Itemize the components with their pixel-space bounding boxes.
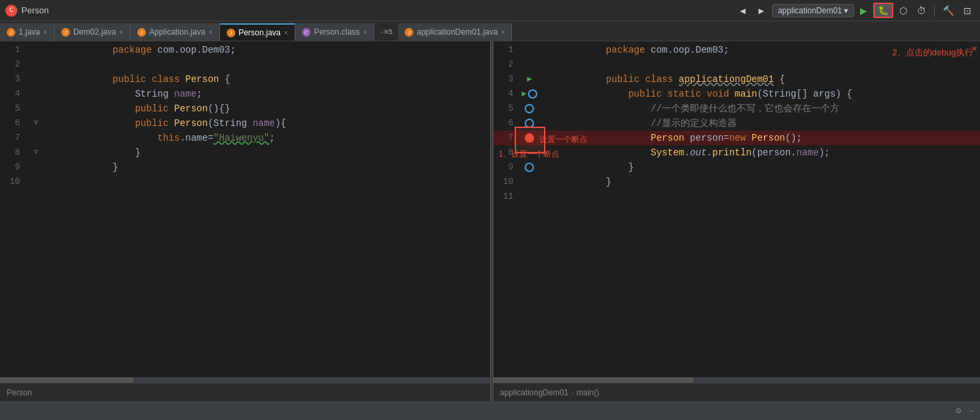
tab-1java[interactable]: J 1.java × [0, 23, 55, 41]
right-hscroll-thumb[interactable] [493, 377, 693, 383]
bp-empty-9[interactable] [525, 163, 534, 172]
tab-app-label: Application.java [149, 27, 205, 37]
run-arrow-3[interactable]: ▶ [527, 72, 531, 87]
left-code-area: 1 package com.oop.Dem03; 2 3 [0, 41, 490, 189]
java-icon-1: J [7, 28, 15, 37]
java-icon-person: J [227, 29, 235, 37]
code-line-left-9: 9 } [0, 160, 490, 175]
tab-person-label: Person.java [239, 28, 281, 37]
tab-dem02[interactable]: J Dem02.java × [55, 23, 131, 41]
run-config-area: applicationDem01 ▾ [772, 4, 854, 17]
bp-gutter-9 [520, 163, 539, 172]
debug-button[interactable]: 🐛 [873, 3, 893, 18]
left-breadcrumb: Person [0, 383, 490, 401]
tab-1-close[interactable]: × [43, 29, 47, 36]
toolbar-right: ◄ ► applicationDem01 ▾ ▶ 🐛 ⬡ ⏱ 🔨 ⊡ [735, 3, 975, 18]
expand-button[interactable]: ⊡ [960, 4, 975, 17]
run-config-dropdown[interactable]: applicationDem01 ▾ [772, 4, 854, 17]
close-icon[interactable]: ✕ [969, 41, 980, 55]
code-line-right-1: 1 package com.oop.Dem03; [493, 43, 980, 57]
tab-person-class-label: Person.class [314, 27, 360, 37]
code-line-left-1: 1 package com.oop.Dem03; [0, 43, 490, 57]
right-code-scroll[interactable]: 1 package com.oop.Dem03; 2 3 ▶ [493, 41, 980, 377]
left-hscroll[interactable] [0, 377, 490, 383]
tab-person-java[interactable]: J Person.java × [220, 23, 295, 41]
tab-dem02-label: Dem02.java [73, 27, 116, 37]
gear-icon[interactable]: ⚙ [955, 407, 962, 415]
kw-package: package [113, 45, 157, 55]
tab-person-class-close[interactable]: × [363, 29, 367, 36]
tab-appdem01[interactable]: J applicationDem01.java × [398, 23, 512, 41]
run-button[interactable]: ▶ [857, 4, 871, 17]
editor-container: 1 package com.oop.Dem03; 2 3 [0, 41, 980, 401]
right-code-area: 1 package com.oop.Dem03; 2 3 ▶ [493, 41, 980, 204]
run-arrow-4[interactable]: ▶ [521, 87, 526, 101]
java-icon-dem02: J [61, 28, 70, 37]
class-icon-person: C [302, 28, 311, 37]
code-line-right-8: 8 System.out.println(person.name); 1、设置一… [493, 145, 980, 160]
tab-1-label: 1.java [19, 27, 40, 37]
left-editor-panel: 1 package com.oop.Dem03; 2 3 [0, 41, 490, 401]
minimize-icon[interactable]: − [969, 407, 973, 415]
run-gutter-4: ▶ [520, 87, 539, 101]
tab-bar: J 1.java × J Dem02.java × J Application.… [0, 21, 980, 41]
status-bar: ⚙ − [0, 401, 980, 420]
tab-app-close[interactable]: × [209, 29, 213, 36]
tab-application[interactable]: J Application.java × [131, 23, 220, 41]
fold-icon-6[interactable]: ▽ [34, 116, 38, 131]
right-editor-panel: 2、点击的debug执行 ✕ 1 package com.oop.Dem03; … [493, 41, 980, 401]
fold-icon-8[interactable]: ▽ [34, 145, 38, 160]
tab-person-class[interactable]: C Person.class × [295, 23, 375, 41]
title-bar: C Person ◄ ► applicationDem01 ▾ ▶ 🐛 ⬡ ⏱ … [0, 0, 980, 21]
bp-empty-4[interactable] [528, 89, 537, 99]
java-icon-appdem01: J [405, 28, 413, 37]
bp-empty-5[interactable] [525, 104, 534, 113]
back-button[interactable]: ◄ [735, 4, 751, 17]
status-right: ⚙ − [955, 407, 974, 415]
left-breadcrumb-text: Person [7, 388, 32, 397]
java-icon-app: J [137, 28, 146, 37]
title-bar-left: C Person [5, 5, 49, 17]
run-config-label: applicationDem01 [778, 6, 842, 15]
left-code-scroll[interactable]: 1 package com.oop.Dem03; 2 3 [0, 41, 490, 377]
coverage-button[interactable]: ⬡ [896, 4, 911, 17]
tab-appdem01-close[interactable]: × [501, 29, 505, 36]
tab-more-indicator[interactable]: ·≡5 [374, 23, 398, 41]
pkg-name: com.oop.Dem03; [157, 45, 236, 55]
build-button[interactable]: 🔨 [939, 4, 957, 17]
fold-gutter-6[interactable]: ▽ [27, 116, 45, 131]
breakpoint-dot[interactable] [525, 133, 534, 143]
right-hscroll[interactable] [493, 377, 980, 383]
window-title: Person [21, 5, 49, 15]
tab-dem02-close[interactable]: × [119, 29, 123, 36]
tab-appdem01-label: applicationDem01.java [417, 27, 497, 37]
left-hscroll-thumb[interactable] [0, 377, 133, 383]
fold-gutter-8[interactable]: ▽ [27, 145, 45, 160]
bp-gutter-5 [520, 104, 539, 113]
bp-gutter-7 [520, 133, 539, 143]
tab-person-close[interactable]: × [284, 29, 288, 37]
toolbar-separator [934, 5, 935, 17]
profile-button[interactable]: ⏱ [913, 4, 929, 17]
code-line-right-10: 10 } [493, 175, 980, 189]
right-breadcrumb-class: applicationgDem01 [500, 388, 569, 397]
run-gutter-3: ▶ [520, 72, 539, 87]
dropdown-arrow-icon: ▾ [844, 6, 848, 15]
right-breadcrumb: applicationgDem01 › main() [493, 383, 980, 401]
forward-button[interactable]: ► [753, 4, 769, 17]
right-breadcrumb-method: main() [577, 388, 599, 397]
app-icon: C [5, 5, 17, 17]
line-num-1: 1 [0, 43, 27, 57]
